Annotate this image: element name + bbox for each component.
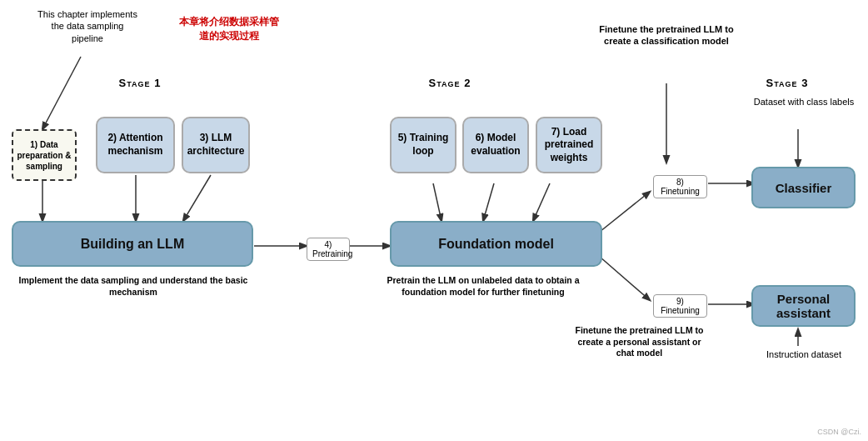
finetune-personal-desc: Finetune the pretrained LLM to create a … [575,325,704,359]
model-evaluation-box: 6) Model evaluation [462,117,529,173]
data-preparation-box: 1) Data preparation & sampling [12,129,77,181]
svg-line-10 [600,257,650,300]
svg-line-7 [483,183,494,221]
pretraining-label: 4) Pretraining [307,238,350,261]
stage2-label: Stage 2 [408,77,491,89]
svg-line-3 [183,175,211,221]
svg-line-6 [433,183,441,221]
training-loop-box: 5) Training loop [390,117,456,173]
chinese-subtitle: 本章将介绍数据采样管 道的实现过程 [175,15,283,43]
chapter-intro-text: This chapter implements the data samplin… [37,8,137,44]
attention-mechanism-box: 2) Attention mechanism [96,117,175,173]
llm-architecture-box: 3) LLM architecture [182,117,250,173]
foundation-model-description: Pretrain the LLM on unlabeled data to ob… [367,275,600,298]
dataset-class-labels-text: Dataset with class labels [750,96,858,108]
watermark: CSDN @Czi. [817,428,861,436]
classifier-box: Classifier [751,167,856,208]
finetune-classifier-desc: Finetune the pretrained LLM to create a … [596,23,737,48]
finetuning9-label: 9) Finetuning [653,294,707,318]
foundation-model-box: Foundation model [390,221,602,267]
svg-line-0 [42,57,81,129]
building-llm-description: Implement the data sampling and understa… [8,275,258,298]
svg-line-8 [533,183,550,221]
instruction-dataset-text: Instruction dataset [750,348,858,360]
building-llm-box: Building an LLM [12,221,253,267]
personal-assistant-box: Personal assistant [751,285,856,327]
svg-line-9 [600,192,650,232]
stage3-label: Stage 3 [746,77,829,89]
load-pretrained-box: 7) Load pretrained weights [536,117,602,173]
stage1-label: Stage 1 [98,77,182,89]
finetuning8-label: 8) Finetuning [653,175,707,198]
